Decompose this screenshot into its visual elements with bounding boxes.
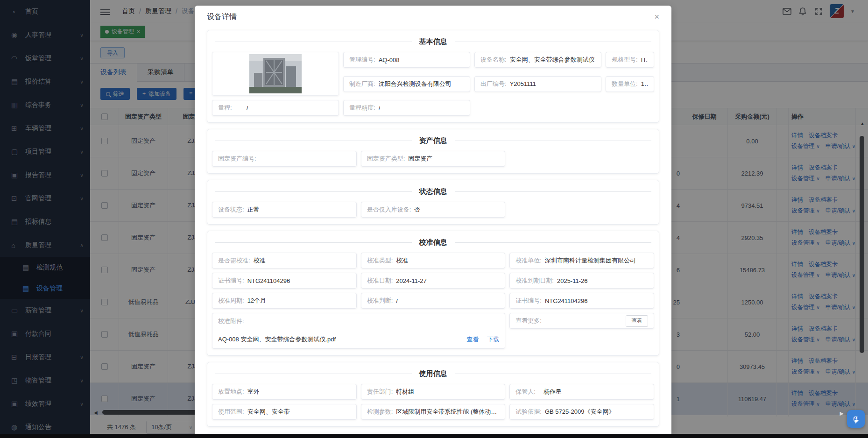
- field-calibration-judgement: 校准判断:/: [361, 293, 506, 309]
- attachment-filename: AQ-008 安全网、安全带综合参数测试仪.pdf: [218, 335, 336, 344]
- field-factory-code: 出厂编号:Y2051111: [474, 76, 601, 92]
- page-right-arrow-icon[interactable]: ▶: [840, 410, 844, 417]
- field-range-accuracy: 量程精度:/: [343, 100, 470, 116]
- modal-title: 设备详情: [207, 12, 237, 22]
- field-test-parameters: 检测参数:区域限制用安全带系统性能 (整体动态...: [361, 404, 506, 420]
- section-asset-info: 资产信息 固定资产编号: 固定资产类型:固定资产: [207, 129, 659, 174]
- field-device-name: 设备名称:安全网、安全带综合参数测试仪: [474, 52, 601, 68]
- field-need-calibration: 是否需校准:校准: [212, 253, 357, 268]
- field-department: 责任部门:特材组: [361, 384, 506, 400]
- field-calibration-unit: 校准单位:深圳市南科计量检测集团有限公司: [509, 253, 654, 268]
- field-certificate-no: 证书编号:NTG241104296: [212, 273, 357, 289]
- ai-chat-bubble-icon: AI: [854, 417, 858, 422]
- calibration-attachment: 校准附件: AQ-008 安全网、安全带综合参数测试仪.pdf 查看 下载: [212, 313, 505, 349]
- modal-header: 设备详情 ×: [195, 6, 671, 28]
- attachment-view-link[interactable]: 查看: [466, 335, 479, 344]
- field-calibration-due-date: 校准到期日期:2025-11-26: [509, 273, 654, 289]
- device-photo[interactable]: [212, 52, 339, 96]
- field-manage-code: 管理编号:AQ-008: [343, 52, 470, 68]
- attachment-download-link[interactable]: 下载: [487, 335, 499, 344]
- device-photo-image: [249, 54, 302, 93]
- view-more-button[interactable]: 查看: [626, 315, 648, 327]
- field-custodian: 保管人:杨作星: [509, 384, 654, 400]
- field-usage-scope: 使用范围:安全网、安全带: [212, 404, 357, 420]
- view-more-field: 查看更多: 查看: [509, 313, 654, 329]
- field-fixed-asset-type: 固定资产类型:固定资产: [361, 151, 506, 167]
- field-fixed-asset-code: 固定资产编号:: [212, 151, 357, 167]
- field-certificate-no-2: 证书编号:NTG241104296: [509, 293, 654, 309]
- field-range: 量程:/: [212, 100, 339, 116]
- section-usage-info: 使用信息 放置地点:室外 责任部门:特材组 保管人:杨作星 使用范围:安全网、安…: [207, 362, 659, 427]
- device-detail-modal: 设备详情 × 基本信息 管理编号:AQ-008 设备名称:安全网、安全带综合参数…: [195, 6, 671, 438]
- section-calibration-info: 校准信息 是否需校准:校准 校准类型:校准 校准单位:深圳市南科计量检测集团有限…: [207, 231, 659, 356]
- ai-assistant-button[interactable]: AI: [847, 410, 865, 428]
- field-device-status: 设备状态:正常: [212, 202, 357, 218]
- field-quantity-unit: 数量单位:1 台: [606, 76, 654, 92]
- field-calibration-date: 校准日期:2024-11-27: [361, 273, 506, 289]
- bottom-black-bar: [0, 434, 868, 438]
- close-icon[interactable]: ×: [654, 12, 659, 22]
- modal-body: 基本信息 管理编号:AQ-008 设备名称:安全网、安全带综合参数测试仪 规格型…: [195, 28, 671, 438]
- field-spec-model: 规格型号:HX-720: [606, 52, 654, 68]
- field-warehouse-only: 是否仅入库设备:否: [361, 202, 506, 218]
- section-status-info: 状态信息 设备状态:正常 是否仅入库设备:否: [207, 180, 659, 225]
- section-basic-info: 基本信息 管理编号:AQ-008 设备名称:安全网、安全带综合参数测试仪 规格型…: [207, 30, 659, 123]
- field-manufacturer: 制造厂商:沈阳合兴检测设备有限公司: [343, 76, 470, 92]
- field-location: 放置地点:室外: [212, 384, 357, 400]
- field-calibration-type: 校准类型:校准: [361, 253, 506, 268]
- field-calibration-cycle: 校准周期:12个月: [212, 293, 357, 309]
- field-test-basis: 试验依据:GB 5725-2009《安全网》: [509, 404, 654, 420]
